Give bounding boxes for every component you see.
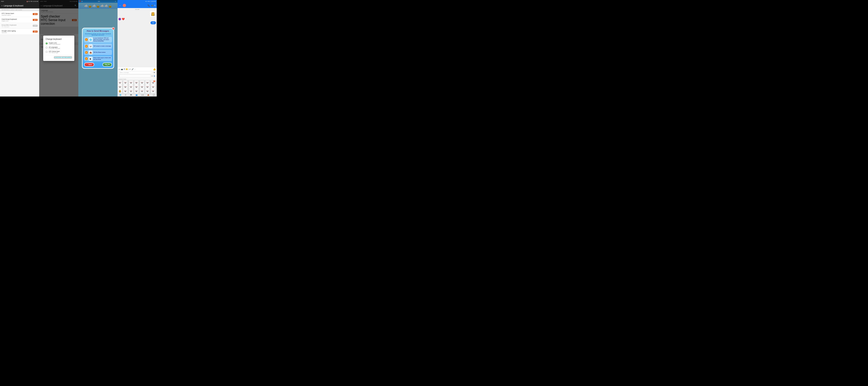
emoji-icon[interactable]: 🙂 xyxy=(126,68,128,70)
step-num-3: 3 xyxy=(85,51,88,54)
search-row: ✕ ⬆ xyxy=(118,75,156,78)
messenger-status-bar: 4G 64% 12:00 PM xyxy=(118,0,157,3)
messenger-top-bar: ← 👸 📞 📹 ℹ xyxy=(118,3,157,8)
play-label: Play xyxy=(105,64,108,65)
emoji-mickey-17[interactable]: 🐭 xyxy=(129,89,133,93)
radio-htc-icon[interactable] xyxy=(45,51,48,53)
emoji-mickey-2[interactable]: 🐭 xyxy=(123,81,127,85)
message-input[interactable]: Write a message... xyxy=(118,71,152,74)
modal-title: How to Send Messages xyxy=(84,30,112,32)
gif-icon[interactable]: GIF xyxy=(128,68,131,70)
emoji-kb-toggle[interactable]: ⊞ xyxy=(153,71,156,74)
radio-english-sub: Cute Emoji Keyboard xyxy=(49,43,60,45)
emoji-blitz-title: Emoji Blitz Keyboard xyxy=(2,24,17,26)
emoji-mickey-16[interactable]: 🐭 xyxy=(123,89,127,93)
cute-emoji-toggle[interactable]: ON xyxy=(33,19,38,21)
back-label: Back xyxy=(89,64,92,65)
like-button[interactable]: 👍 xyxy=(153,68,156,70)
time-4: 12:00 PM xyxy=(151,1,156,2)
how-to-modal: ✕ How to Send Messages Send Disney emoji… xyxy=(82,28,114,69)
video-icon[interactable]: 📹 xyxy=(151,4,153,6)
dialog-title: Change keyboard xyxy=(45,38,72,40)
kb-bottom-row: 🌐 ⏱ 🎮 👥 123 📤 💬 xyxy=(118,93,157,96)
emoji-character-grid: 🐭 🐭 🐭 🐭 🐭 🐭 🐭 🐭 🐭 🐭 🐭 🐭 🐭 🐭 👸 🐭 🐭 🐭 🐭 🐭 … xyxy=(118,80,157,93)
ariel-emoji-bubble: 👸 xyxy=(150,11,156,17)
sent-bubble: Hiiii xyxy=(151,21,156,24)
clear-search-button[interactable]: ✕ xyxy=(152,75,153,77)
emoji-search-input[interactable] xyxy=(119,75,151,77)
step-1: 1 🌐 In your keyboard, TAP and HOLD the g… xyxy=(84,37,112,42)
modal-close-button[interactable]: ✕ xyxy=(112,27,115,30)
cute-emoji-title: Cute Emoji Keyboard xyxy=(2,18,17,20)
emoji-mickey-13[interactable]: 🐭 xyxy=(146,85,150,89)
choose-keyboards-button[interactable]: CHOOSE KEYBOARDS xyxy=(54,56,72,59)
radio-option-htc[interactable]: HTC Sense Input HTC Sense Input xyxy=(45,51,72,53)
emoji-mickey-14[interactable]: 🐭 xyxy=(151,85,155,89)
status-bar-1: AT&T 🔇 4G 76% 10:19 AM xyxy=(0,0,39,3)
kb-share-bottom-icon[interactable]: 📤 xyxy=(147,94,149,96)
play-arrow-icon: ▶ xyxy=(108,64,110,65)
back-arrow-icon: ← xyxy=(87,64,88,65)
messenger-back-button[interactable]: ← xyxy=(119,4,121,7)
settings-item-cute-emoji[interactable]: Cute Emoji Keyboard English (US) ON xyxy=(0,17,39,23)
kb-globe-icon[interactable]: 🌐 xyxy=(119,94,121,96)
radio-alllang-label: All Languages xyxy=(49,47,60,48)
emoji-mickey-3[interactable]: 🐭 xyxy=(129,81,133,85)
radio-option-all-lang[interactable]: All Languages Emoji Blitz Keyboard xyxy=(45,47,72,49)
settings-item-google-voice[interactable]: Google voice typing Automatic ON xyxy=(0,29,39,35)
image-icon[interactable]: 🖼 xyxy=(124,68,125,70)
step-3: 3 📤 TAP the Share button xyxy=(84,50,112,55)
mic-icon[interactable]: 🎤 xyxy=(132,68,134,70)
emoji-blitz-toggle[interactable]: OFF xyxy=(33,25,38,27)
phone-icon[interactable]: 📞 xyxy=(148,4,150,6)
htc-title: HTC Sense Input xyxy=(2,12,14,14)
play-button[interactable]: Play ▶ xyxy=(102,62,112,66)
emoji-mickey-9[interactable]: 🐭 xyxy=(123,85,127,89)
battery-1: 76% xyxy=(30,1,33,2)
back-arrow-icon-1[interactable]: ‹ xyxy=(2,4,2,7)
back-button[interactable]: ← Back xyxy=(84,62,94,66)
emoji-mickey-5[interactable]: 🐭 xyxy=(140,81,144,85)
info-icon[interactable]: ℹ xyxy=(155,4,155,6)
more-icon[interactable]: ··· xyxy=(134,68,135,70)
kb-people-icon[interactable]: 👥 xyxy=(135,94,137,96)
settings-item-emoji-blitz[interactable]: Emoji Blitz Keyboard All Languages OFF xyxy=(0,23,39,29)
emoji-mickey-4[interactable]: 🐭 xyxy=(134,81,138,85)
radio-option-english[interactable]: English (US) Cute Emoji Keyboard xyxy=(45,42,72,45)
radio-alllang-icon[interactable] xyxy=(45,47,48,49)
emoji-mickey-11[interactable]: 🐭 xyxy=(134,85,138,89)
emoji-mickey-10[interactable]: 🐭 xyxy=(129,85,133,89)
change-keyboard-dialog: Change keyboard English (US) Cute Emoji … xyxy=(43,36,74,61)
chat-timestamp: 10:31 AM xyxy=(118,9,156,10)
emoji-mickey-8[interactable]: 🐭 xyxy=(118,85,122,89)
emoji-mickey-12[interactable]: 🐭 xyxy=(140,85,144,89)
aa-icon[interactable]: Aa xyxy=(118,68,120,70)
radio-english-icon[interactable] xyxy=(45,42,48,44)
emoji-mickey-7-new[interactable]: 🐭 xyxy=(151,81,155,85)
page-title-1: Language & keyboard xyxy=(4,5,23,7)
emoji-mickey-18[interactable]: 🐭 xyxy=(134,89,138,93)
htc-toggle[interactable]: ON xyxy=(33,13,38,15)
emoji-mickey-20[interactable]: 🐭 xyxy=(146,89,150,93)
camera-icon[interactable]: 📷 xyxy=(121,68,123,70)
emoji-mickey-21[interactable]: 🐭 xyxy=(151,89,155,93)
emoji-mickey-6[interactable]: 🐭 xyxy=(146,81,150,85)
htc-sub: Keyboard options xyxy=(2,14,14,16)
step-num-2: 2 xyxy=(85,45,88,48)
top-bar-1: ‹ Language & keyboard xyxy=(0,3,39,8)
share-icon[interactable]: ⬆ xyxy=(154,75,155,77)
sent-message-row: Hiiii xyxy=(118,21,156,25)
emoji-mickey-1[interactable]: 🐭 xyxy=(118,81,122,85)
google-voice-sub: Automatic xyxy=(2,32,16,33)
disney-emoji-panel: ❤️ 13 + 330 + 0 + ☁️🔒☁️🔒☁️☁️🔒 ✕ How to S… xyxy=(79,0,118,96)
kb-disney-icon[interactable]: 🎮 xyxy=(130,94,132,96)
settings-item-htc[interactable]: HTC Sense Input Keyboard options ON xyxy=(0,11,39,17)
step-text-2: TAP emoji to create a message xyxy=(93,46,111,47)
emoji-mickey-15[interactable]: 👸 xyxy=(118,89,122,93)
kb-123-label[interactable]: 123 xyxy=(141,94,144,96)
heart-reaction: ❤️ xyxy=(122,18,125,21)
kb-clock-icon[interactable]: ⏱ xyxy=(125,94,126,96)
emoji-mickey-19[interactable]: 🐭 xyxy=(140,89,144,93)
kb-chat-icon[interactable]: 💬 xyxy=(153,94,155,96)
google-voice-toggle[interactable]: ON xyxy=(33,31,38,33)
